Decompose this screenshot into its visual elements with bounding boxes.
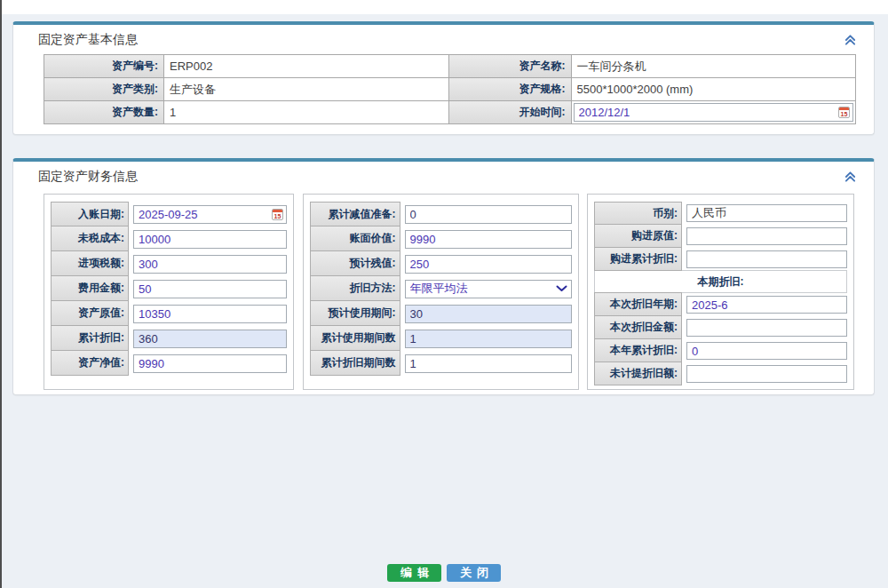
net-value-row: 资产净值: 9990	[51, 351, 287, 376]
finance-groups: 入账日期: 2025-09-25 15 未税成本: 10000 进项税额: 30…	[44, 194, 854, 390]
year-accum-depr-label: 本年累计折旧:	[594, 338, 682, 362]
asset-spec-value: 5500*1000*2000 (mm)	[572, 78, 857, 101]
fee-amount-row: 费用金额: 50	[51, 276, 287, 301]
undepreciated-amount-row: 未计提折旧额:	[594, 362, 847, 385]
depreciation-method-select[interactable]: 年限平均法	[405, 280, 572, 298]
untaxed-cost-row: 未税成本: 10000	[51, 226, 287, 251]
expected-periods-row: 预计使用期间: 30	[310, 301, 572, 326]
purchase-accum-depr-row: 购进累计折旧:	[594, 248, 847, 271]
impairment-reserve-input[interactable]: 0	[405, 205, 572, 224]
depreciated-periods-input[interactable]: 1	[405, 354, 572, 373]
calendar-icon[interactable]: 15	[838, 107, 850, 118]
book-value-label: 账面价值:	[310, 226, 400, 251]
currency-row: 币别: 人民币	[594, 202, 847, 225]
purchase-accum-depr-input[interactable]	[686, 250, 847, 268]
collapse-basic-icon[interactable]	[843, 33, 858, 47]
start-time-cell: 2012/12/1 15	[572, 101, 857, 124]
input-tax-input[interactable]: 300	[133, 255, 287, 274]
book-value-row: 账面价值: 9990	[310, 226, 572, 251]
start-time-label: 开始时间:	[449, 101, 572, 124]
purchase-original-row: 购进原值:	[594, 225, 847, 248]
net-value-input[interactable]: 9990	[133, 354, 287, 373]
used-periods-input[interactable]: 1	[405, 330, 572, 348]
collapse-finance-icon[interactable]	[843, 170, 858, 184]
asset-name-label: 资产名称:	[449, 55, 572, 78]
top-white-strip	[0, 0, 888, 14]
used-periods-label: 累计使用期间数	[310, 325, 400, 351]
net-value-label: 资产净值:	[51, 350, 129, 376]
untaxed-cost-input[interactable]: 10000	[133, 230, 287, 249]
depreciation-method-row: 折旧方法: 年限平均法	[310, 276, 572, 301]
year-accum-depr-input[interactable]: 0	[686, 342, 847, 360]
current-depr-year-input[interactable]: 2025-6	[686, 296, 847, 314]
entry-date-input[interactable]: 2025-09-25 15	[133, 205, 287, 224]
expected-periods-input[interactable]: 30	[405, 305, 572, 323]
original-value-label: 资产原值:	[51, 300, 129, 326]
original-value-input[interactable]: 10350	[133, 305, 287, 323]
currency-value: 人民币	[686, 204, 847, 222]
asset-category-label: 资产类别:	[44, 78, 164, 101]
finance-group-cost: 入账日期: 2025-09-25 15 未税成本: 10000 进项税额: 30…	[44, 194, 294, 390]
entry-date-row: 入账日期: 2025-09-25 15	[51, 202, 287, 226]
basic-info-table: 资产编号: ERP002 资产名称: 一车间分条机 资产类别: 生产设备 资产规…	[44, 54, 856, 124]
asset-name-value: 一车间分条机	[572, 55, 857, 78]
currency-label: 币别:	[594, 202, 682, 225]
salvage-value-label: 预计残值:	[310, 250, 400, 276]
fee-amount-input[interactable]: 50	[133, 280, 287, 298]
undepreciated-amount-input[interactable]	[686, 365, 847, 383]
current-depr-amount-row: 本次折旧金额:	[594, 316, 847, 339]
footer-buttons: 编辑 关闭	[0, 564, 888, 582]
accum-depreciation-label: 累计折旧:	[51, 325, 129, 351]
basic-info-header: 固定资产基本信息	[13, 25, 874, 48]
finance-info-panel: 固定资产财务信息 入账日期: 2025-09-25 15 未税成本: 10000…	[12, 158, 875, 395]
asset-category-value: 生产设备	[164, 78, 449, 101]
chevron-down-icon[interactable]	[556, 285, 568, 292]
book-value-input[interactable]: 9990	[405, 230, 572, 249]
finance-group-current: 币别: 人民币 购进原值: 购进累计折旧: 本期折旧: 本次折旧年期: 2025…	[587, 194, 854, 390]
current-depreciation-section-header: 本期折旧:	[594, 270, 847, 293]
input-tax-label: 进项税额:	[51, 250, 129, 276]
fee-amount-label: 费用金额:	[51, 275, 129, 301]
purchase-original-input[interactable]	[686, 227, 847, 245]
input-tax-row: 进项税额: 300	[51, 251, 287, 276]
current-depr-year-label: 本次折旧年期:	[594, 292, 682, 316]
purchase-accum-depr-label: 购进累计折旧:	[594, 247, 682, 271]
depreciated-periods-row: 累计折旧期间数 1	[310, 351, 572, 376]
basic-info-title: 固定资产基本信息	[38, 32, 138, 48]
current-depr-amount-input[interactable]	[686, 319, 847, 337]
original-value-row: 资产原值: 10350	[51, 301, 287, 326]
expected-periods-label: 预计使用期间:	[310, 300, 400, 326]
edit-button[interactable]: 编辑	[387, 564, 441, 582]
asset-code-value: ERP002	[164, 55, 449, 78]
current-depr-year-row: 本次折旧年期: 2025-6	[594, 293, 847, 316]
start-time-input[interactable]: 2012/12/1 15	[574, 103, 854, 122]
current-depr-amount-label: 本次折旧金额:	[594, 315, 682, 339]
finance-group-depreciation: 累计减值准备: 0 账面价值: 9990 预计残值: 250 折旧方法: 年限平…	[303, 194, 579, 390]
asset-quantity-label: 资产数量:	[44, 101, 164, 124]
used-periods-row: 累计使用期间数 1	[310, 326, 572, 351]
untaxed-cost-label: 未税成本:	[51, 226, 129, 251]
finance-info-title: 固定资产财务信息	[38, 169, 138, 185]
calendar-icon[interactable]: 15	[272, 209, 283, 220]
purchase-original-label: 购进原值:	[594, 224, 682, 248]
asset-spec-label: 资产规格:	[449, 78, 572, 101]
asset-quantity-value: 1	[164, 101, 449, 124]
impairment-reserve-row: 累计减值准备: 0	[310, 202, 572, 226]
accum-depreciation-input[interactable]: 360	[133, 330, 287, 348]
basic-info-panel: 固定资产基本信息 资产编号: ERP002 资产名称: 一车间分条机 资产类别:…	[12, 21, 875, 135]
year-accum-depr-row: 本年累计折旧: 0	[594, 339, 847, 362]
undepreciated-amount-label: 未计提折旧额:	[594, 362, 682, 385]
salvage-value-input[interactable]: 250	[405, 255, 572, 274]
window-left-edge	[0, 0, 2, 588]
salvage-value-row: 预计残值: 250	[310, 251, 572, 276]
accum-depreciation-row: 累计折旧: 360	[51, 326, 287, 351]
close-button[interactable]: 关闭	[447, 564, 501, 582]
entry-date-label: 入账日期:	[51, 202, 129, 226]
depreciation-method-label: 折旧方法:	[310, 275, 400, 301]
impairment-reserve-label: 累计减值准备:	[310, 202, 400, 226]
asset-code-label: 资产编号:	[44, 55, 164, 78]
depreciated-periods-label: 累计折旧期间数	[310, 350, 400, 376]
finance-info-header: 固定资产财务信息	[13, 162, 874, 185]
